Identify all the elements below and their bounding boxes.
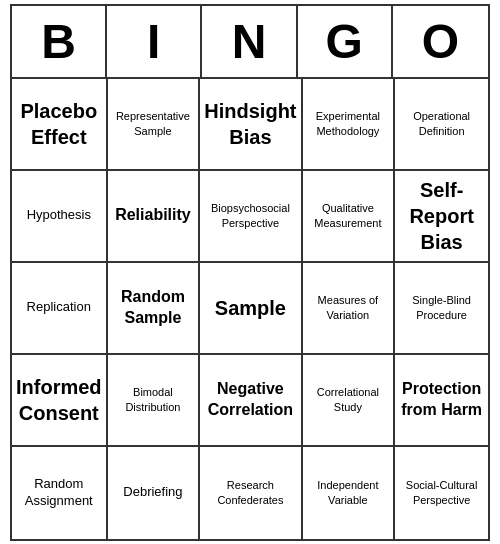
bingo-cell-4: Operational Definition <box>395 79 488 171</box>
bingo-cell-0: Placebo Effect <box>12 79 108 171</box>
bingo-cell-17: Negative Correlation <box>200 355 302 447</box>
cell-text-16: Bimodal Distribution <box>112 385 195 414</box>
bingo-cell-24: Social-Cultural Perspective <box>395 447 488 539</box>
cell-text-20: Random Assignment <box>16 476 102 510</box>
bingo-cell-23: Independent Variable <box>303 447 396 539</box>
cell-text-19: Protection from Harm <box>399 379 484 421</box>
cell-text-11: Random Sample <box>112 287 195 329</box>
bingo-cell-3: Experimental Methodology <box>303 79 396 171</box>
bingo-cell-21: Debriefing <box>108 447 201 539</box>
bingo-letter-o: O <box>393 6 488 77</box>
bingo-cell-18: Correlational Study <box>303 355 396 447</box>
bingo-cell-12: Sample <box>200 263 302 355</box>
cell-text-13: Measures of Variation <box>307 293 390 322</box>
bingo-cell-2: Hindsight Bias <box>200 79 302 171</box>
bingo-letter-i: I <box>107 6 202 77</box>
cell-text-17: Negative Correlation <box>204 379 296 421</box>
bingo-card: BINGO Placebo EffectRepresentative Sampl… <box>10 4 490 541</box>
bingo-cell-14: Single-Blind Procedure <box>395 263 488 355</box>
bingo-cell-11: Random Sample <box>108 263 201 355</box>
bingo-cell-7: Biopsychosocial Perspective <box>200 171 302 263</box>
bingo-header: BINGO <box>12 6 488 79</box>
bingo-cell-22: Research Confederates <box>200 447 302 539</box>
bingo-cell-13: Measures of Variation <box>303 263 396 355</box>
cell-text-21: Debriefing <box>123 484 182 501</box>
bingo-cell-10: Replication <box>12 263 108 355</box>
bingo-letter-g: G <box>298 6 393 77</box>
bingo-letter-b: B <box>12 6 107 77</box>
cell-text-24: Social-Cultural Perspective <box>399 478 484 507</box>
bingo-grid: Placebo EffectRepresentative SampleHinds… <box>12 79 488 539</box>
cell-text-8: Qualitative Measurement <box>307 201 390 230</box>
cell-text-3: Experimental Methodology <box>307 109 390 138</box>
bingo-cell-9: Self-Report Bias <box>395 171 488 263</box>
bingo-cell-1: Representative Sample <box>108 79 201 171</box>
bingo-cell-6: Reliability <box>108 171 201 263</box>
bingo-cell-16: Bimodal Distribution <box>108 355 201 447</box>
cell-text-12: Sample <box>215 295 286 321</box>
bingo-cell-8: Qualitative Measurement <box>303 171 396 263</box>
cell-text-0: Placebo Effect <box>16 98 102 150</box>
cell-text-14: Single-Blind Procedure <box>399 293 484 322</box>
cell-text-6: Reliability <box>115 205 191 226</box>
cell-text-23: Independent Variable <box>307 478 390 507</box>
cell-text-9: Self-Report Bias <box>399 177 484 255</box>
cell-text-5: Hypothesis <box>27 207 91 224</box>
cell-text-7: Biopsychosocial Perspective <box>204 201 296 230</box>
cell-text-10: Replication <box>27 299 91 316</box>
bingo-letter-n: N <box>202 6 297 77</box>
cell-text-4: Operational Definition <box>399 109 484 138</box>
bingo-cell-20: Random Assignment <box>12 447 108 539</box>
cell-text-18: Correlational Study <box>307 385 390 414</box>
bingo-cell-5: Hypothesis <box>12 171 108 263</box>
cell-text-22: Research Confederates <box>204 478 296 507</box>
cell-text-15: Informed Consent <box>16 374 102 426</box>
cell-text-1: Representative Sample <box>112 109 195 138</box>
bingo-cell-19: Protection from Harm <box>395 355 488 447</box>
cell-text-2: Hindsight Bias <box>204 98 296 150</box>
bingo-cell-15: Informed Consent <box>12 355 108 447</box>
